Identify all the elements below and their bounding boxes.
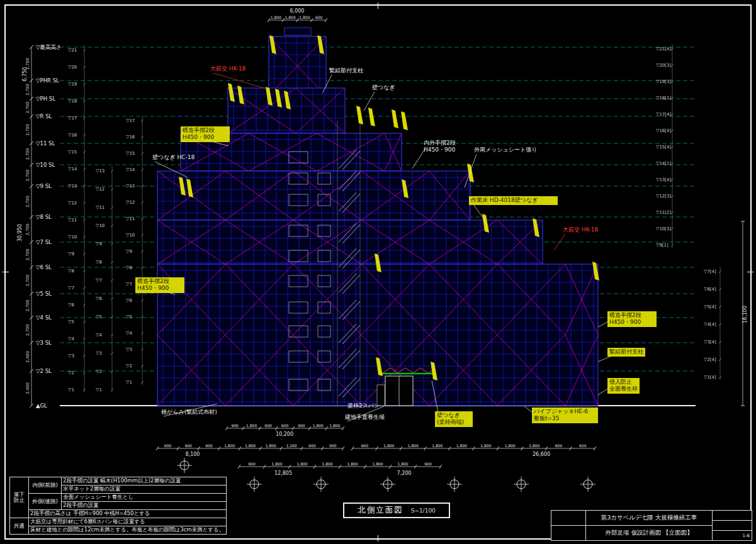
svg-text:▽10[3]: ▽10[3] — [656, 226, 671, 231]
svg-text:壁つなぎ: 壁つなぎ — [372, 84, 395, 91]
svg-text:2,700: 2,700 — [25, 275, 30, 287]
svg-text:900: 900 — [308, 443, 316, 448]
svg-text:1,800: 1,800 — [271, 15, 281, 19]
svg-text:8,100: 8,100 — [186, 452, 200, 457]
svg-text:▽PH SL: ▽PH SL — [36, 96, 55, 102]
svg-text:▽9 SL: ▽9 SL — [36, 183, 52, 189]
svg-text:構造手摺2段: 構造手摺2段 — [137, 278, 169, 284]
svg-text:1,800: 1,800 — [347, 462, 358, 466]
grid-bubble — [380, 477, 395, 492]
svg-text:▽PHR SL: ▽PHR SL — [36, 77, 59, 84]
svg-text:▽4 SL: ▽4 SL — [36, 314, 52, 321]
svg-text:900: 900 — [298, 423, 305, 428]
callout: 構造手摺2段H450・900 — [598, 311, 657, 327]
svg-text:1,800: 1,800 — [224, 443, 235, 448]
svg-text:▽4: ▽4 — [96, 333, 102, 338]
svg-text:1,800: 1,800 — [432, 443, 443, 448]
svg-text:900: 900 — [361, 443, 369, 448]
wall-tie-mark — [401, 111, 408, 130]
svg-text:2,700: 2,700 — [25, 84, 30, 96]
svg-text:構造手摺2段: 構造手摺2段 — [609, 312, 641, 318]
grid-bubble — [514, 477, 529, 492]
svg-text:▽5: ▽5 — [126, 314, 132, 319]
svg-text:▽8: ▽8 — [126, 265, 132, 270]
title-block: 第3カサベルデ七隈 大規模修繕工事 外部足場 仮設計画図 【立面図】 1-6 — [551, 510, 752, 541]
svg-text:▽9: ▽9 — [126, 249, 132, 254]
svg-text:▽3: ▽3 — [96, 351, 102, 356]
svg-text:2,700: 2,700 — [25, 249, 30, 261]
scaffold-regions — [157, 36, 598, 406]
svg-text:▽14: ▽14 — [126, 167, 135, 172]
svg-text:H450・900: H450・900 — [183, 134, 214, 140]
svg-text:▽20[3]: ▽20[3] — [656, 63, 671, 68]
callout: 壁つなぎ — [364, 84, 395, 111]
svg-text:1,800: 1,800 — [296, 462, 307, 466]
svg-text:▽10: ▽10 — [68, 235, 77, 240]
svg-text:▽16[4]: ▽16[4] — [656, 128, 671, 133]
svg-text:▽9: ▽9 — [68, 252, 74, 257]
sheet-title: 外部足場 仮設計画図 【立面図】 — [586, 526, 712, 540]
notes-row-text: 2段手摺の設置 — [62, 502, 227, 510]
svg-text:1,800: 1,800 — [372, 462, 383, 466]
svg-text:▽21: ▽21 — [68, 48, 77, 53]
svg-text:▽7: ▽7 — [68, 286, 74, 291]
svg-text:▽16: ▽16 — [126, 135, 135, 140]
notes-row-text: 水平ネット2層毎の設置 — [62, 486, 227, 494]
svg-text:▽19[3]: ▽19[3] — [656, 79, 671, 84]
svg-text:▽20: ▽20 — [68, 65, 77, 70]
svg-text:2,700: 2,700 — [25, 300, 30, 312]
svg-text:▽9[1]: ▽9[1] — [656, 243, 669, 248]
drawing-title: 北側立面図 — [358, 505, 403, 516]
svg-text:900: 900 — [184, 443, 192, 448]
svg-text:2,700: 2,700 — [25, 196, 30, 208]
svg-text:1,800: 1,800 — [245, 443, 256, 448]
drawing-scale: S=1/100 — [411, 508, 436, 514]
wall-tie-mark — [356, 106, 363, 125]
svg-text:▽13: ▽13 — [126, 184, 135, 189]
callout: 大筋交 HK-18 — [210, 65, 264, 88]
svg-text:▽2[4]: ▽2[4] — [704, 357, 716, 362]
svg-text:2,700: 2,700 — [25, 170, 30, 182]
svg-text:▽15: ▽15 — [126, 151, 135, 156]
svg-text:▽5: ▽5 — [68, 319, 74, 325]
svg-text:▽6: ▽6 — [68, 303, 74, 308]
drawing-title-box: 北側立面図 S=1/100 — [343, 502, 450, 518]
svg-text:1,800: 1,800 — [408, 443, 419, 448]
notes-group-fall-label: 落下防止 — [10, 477, 29, 518]
svg-text:▽14: ▽14 — [68, 167, 77, 172]
svg-text:大筋交 HK-18: 大筋交 HK-18 — [210, 65, 246, 72]
svg-text:900: 900 — [205, 443, 213, 448]
svg-text:▽5: ▽5 — [96, 314, 102, 319]
svg-text:▽最高高さ: ▽最高高さ — [36, 44, 62, 50]
svg-text:侵入防止: 侵入防止 — [609, 379, 632, 385]
svg-text:内外手摺2段: 内外手摺2段 — [424, 140, 456, 146]
svg-text:600: 600 — [164, 443, 172, 448]
svg-text:1,800: 1,800 — [383, 443, 394, 448]
wall-tie-mark — [392, 109, 398, 128]
svg-text:外周メッシュシート張り: 外周メッシュシート張り — [474, 147, 537, 153]
svg-text:▽12[3]: ▽12[3] — [656, 194, 671, 199]
notes-outer-label: 外側(後踏) — [29, 494, 62, 510]
svg-text:構造手摺2段: 構造手摺2段 — [182, 127, 215, 133]
svg-text:▽13: ▽13 — [96, 169, 104, 174]
svg-text:▽4: ▽4 — [68, 336, 74, 341]
svg-text:▽6: ▽6 — [96, 296, 102, 301]
svg-text:1,200: 1,200 — [286, 443, 296, 448]
svg-text:▽6 SL: ▽6 SL — [36, 264, 52, 270]
notes-row-text: 2段手摺の設置 幅木(H100mm以上)2層毎の設置 — [62, 477, 227, 486]
svg-text:根がらみ(緊結式布材): 根がらみ(緊結式布材) — [161, 409, 217, 415]
scaffold-region — [269, 36, 326, 96]
svg-text:▽7: ▽7 — [96, 278, 102, 283]
svg-text:10,200: 10,200 — [276, 431, 293, 437]
callout: 緊結部付支柱 — [598, 348, 645, 362]
svg-text:2,400: 2,400 — [25, 382, 30, 394]
svg-text:敷板t=35: 敷板t=35 — [534, 415, 560, 421]
svg-text:▽17[4]: ▽17[4] — [656, 112, 671, 117]
svg-text:1,800: 1,800 — [299, 15, 310, 19]
notes-group-common-label: 共通 — [10, 518, 29, 535]
svg-text:900: 900 — [424, 462, 432, 466]
svg-text:900: 900 — [555, 443, 563, 448]
scaffold-region — [157, 171, 470, 220]
svg-text:900: 900 — [329, 443, 337, 448]
svg-text:▽2: ▽2 — [96, 369, 102, 374]
